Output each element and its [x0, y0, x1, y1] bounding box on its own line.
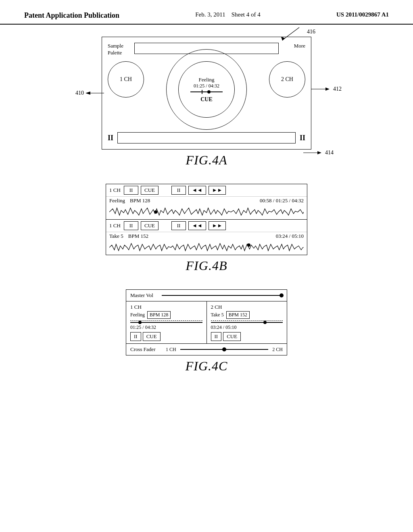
fig4b-rew1-btn[interactable]: ◄◄	[188, 186, 206, 195]
fig4a-more-label: More	[294, 43, 305, 49]
fig4b-info2: Take 5 BPM 152 03:24 / 05:10	[106, 232, 307, 240]
fig4a-inner-circle: Feeling 01:25 / 04:32 CUE	[178, 61, 235, 118]
fig4b-row1: 1 CH II CUE II ◄◄ ►►	[106, 184, 307, 197]
fig4c-crossfader-slider[interactable]	[180, 349, 268, 350]
fig4a-section: 416 Sample Palette More Feeli	[94, 37, 319, 168]
fig4c-ch2-bpm: BPM 152	[226, 311, 250, 319]
fig4c-ch2-btns: II CUE	[211, 332, 283, 341]
fig4a-ch2-circle: 2 CH	[269, 61, 305, 98]
fig4a-pause-right-icon: II	[300, 134, 305, 142]
fig4c-crossfader-label: Cross Fader	[130, 346, 163, 353]
fig4c-ch2-cue-btn[interactable]: CUE	[223, 332, 241, 341]
page-header: Patent Application Publication Feb. 3, 2…	[0, 0, 413, 25]
fig4b-time2: 03:24 / 05:10	[276, 233, 304, 239]
fig4b-track1: Feeling	[109, 197, 125, 204]
fig4c-ch1-time: 01:25 / 04:32	[130, 324, 202, 330]
fig4c-crossfader-dot	[222, 347, 226, 351]
fig4b-track2: Take 5	[109, 233, 123, 239]
fig4c-cf-2ch-label: 2 CH	[271, 347, 283, 353]
fig4c-label: FIG.4C	[186, 359, 228, 374]
main-content: 416 Sample Palette More Feeli	[0, 25, 413, 386]
fig4b-fwd2-btn[interactable]: ►►	[209, 221, 226, 230]
fig4b-ch1-label: 1 CH	[109, 187, 121, 193]
svg-point-9	[247, 243, 250, 247]
fig4a-time: 01:25 / 04:32	[194, 83, 219, 89]
fig4c-ch1-slider[interactable]	[130, 322, 202, 323]
fig4c-ch1-track: Feeling	[130, 312, 145, 318]
fig4b-label: FIG.4B	[186, 258, 227, 273]
fig4a-slider-line	[190, 91, 223, 92]
fig4c-section: Master Vol 1 CH Feeling BPM 128	[94, 289, 319, 374]
header-sheet: Sheet 4 of 4	[232, 11, 261, 18]
fig4a-bottom-row: II II	[108, 132, 305, 143]
fig4b-section: 1 CH II CUE II ◄◄ ►►	[94, 184, 319, 273]
fig4c-ch1-divider	[130, 320, 202, 321]
fig4b-bpm2: BPM 152	[128, 233, 148, 239]
header-date: Feb. 3, 2011	[195, 11, 225, 18]
fig4c-master-vol-row: Master Vol	[126, 290, 287, 301]
fig4b-rew2-btn[interactable]: ◄◄	[188, 221, 206, 230]
fig4b-cue2-btn[interactable]: CUE	[141, 221, 159, 230]
svg-point-8	[154, 210, 157, 214]
fig4c-ch1-pause-btn[interactable]: II	[130, 332, 141, 341]
fig4c-master-vol-label: Master Vol	[130, 292, 159, 299]
fig4b-fwd1-btn[interactable]: ►►	[209, 186, 226, 195]
fig4c-ch1-slider-dot	[138, 321, 142, 324]
fig4c-ch2-time: 03:24 / 05:10	[211, 324, 283, 330]
fig4b-pause2-btn[interactable]: II	[171, 186, 186, 195]
fig4c-channels: 1 CH Feeling BPM 128 01:25 / 04:32 II	[126, 301, 287, 344]
svg-marker-7	[317, 151, 321, 154]
fig4a-center-circle: Feeling 01:25 / 04:32 CUE	[166, 49, 247, 130]
fig4a-pause-left-icon: II	[108, 134, 113, 142]
fig4b-pause1-btn[interactable]: II	[124, 186, 138, 195]
fig4b-waveform1	[106, 205, 307, 219]
fig4c-ch2: 2 CH Take 5 BPM 152 03:24 / 05:10 II	[207, 301, 287, 343]
svg-marker-3	[325, 87, 330, 91]
fig4a-label: FIG.4A	[186, 153, 227, 168]
fig4a-slider-tick	[202, 90, 202, 94]
fig4c-ch2-slider-dot	[263, 321, 267, 324]
fig4b-time1: 00:58 / 01:25 / 04:32	[260, 197, 304, 204]
fig4c-ch2-divider	[211, 320, 283, 321]
fig4a-sample-palette-label: Sample Palette	[108, 43, 123, 56]
ref-416: 416	[307, 29, 315, 35]
fig4c-cf-1ch-label: 1 CH	[166, 347, 177, 353]
fig4c-ch2-pause-btn[interactable]: II	[211, 332, 222, 341]
fig4c-ch1-btns: II CUE	[130, 332, 202, 341]
fig4c-master-slider-dot	[280, 293, 284, 297]
header-patent-number: US 2011/0029867 A1	[336, 11, 389, 18]
fig4b-bpm1: BPM 128	[130, 197, 150, 204]
fig4c-ch1: 1 CH Feeling BPM 128 01:25 / 04:32 II	[126, 301, 207, 343]
fig4b-info1: Feeling BPM 128 00:58 / 01:25 / 04:32	[106, 197, 307, 205]
fig4b-ch1b-label: 1 CH	[109, 222, 121, 229]
fig4a-bottom-bar	[117, 132, 296, 143]
fig4a-ch1-circle: 1 CH	[108, 61, 144, 98]
fig4a-track-name: Feeling	[199, 77, 215, 83]
fig4b-pause3-btn[interactable]: II	[124, 221, 138, 230]
fig4c-diagram: Master Vol 1 CH Feeling BPM 128	[126, 289, 287, 355]
fig4c-ch2-track: Take 5	[211, 312, 224, 318]
ref-410: 410	[75, 89, 106, 97]
fig4a-cue-label: CUE	[200, 96, 213, 103]
fig4c-ch1-title: 1 CH	[130, 304, 202, 310]
fig4b-diagram: 1 CH II CUE II ◄◄ ►►	[106, 184, 307, 255]
fig4b-cue1-btn[interactable]: CUE	[141, 186, 159, 195]
fig4c-ch2-slider[interactable]	[211, 322, 283, 323]
fig4c-ch1-bpm: BPM 128	[147, 311, 171, 319]
fig4c-master-slider[interactable]	[162, 295, 283, 296]
fig4b-row3: 1 CH II CUE II ◄◄ ►►	[106, 219, 307, 232]
header-publication-type: Patent Application Publication	[24, 11, 119, 20]
fig4b-pause4-btn[interactable]: II	[171, 221, 186, 230]
svg-marker-5	[86, 91, 90, 95]
fig4c-ch2-info: Take 5 BPM 152	[211, 311, 283, 319]
fig4c-ch1-info: Feeling BPM 128	[130, 311, 202, 319]
ref-414: 414	[303, 149, 334, 157]
ref-412: 412	[311, 85, 342, 93]
fig4b-waveform2	[106, 240, 307, 255]
fig4c-ch2-title: 2 CH	[211, 304, 283, 310]
fig4c-crossfader-row: Cross Fader 1 CH 2 CH	[126, 344, 287, 355]
header-date-sheet: Feb. 3, 2011 Sheet 4 of 4	[195, 11, 261, 18]
fig4a-slider-dot	[207, 90, 211, 94]
fig4c-ch1-cue-btn[interactable]: CUE	[143, 332, 161, 341]
fig4a-diagram: Sample Palette More Feeling 01:25 / 04:3…	[102, 37, 311, 150]
